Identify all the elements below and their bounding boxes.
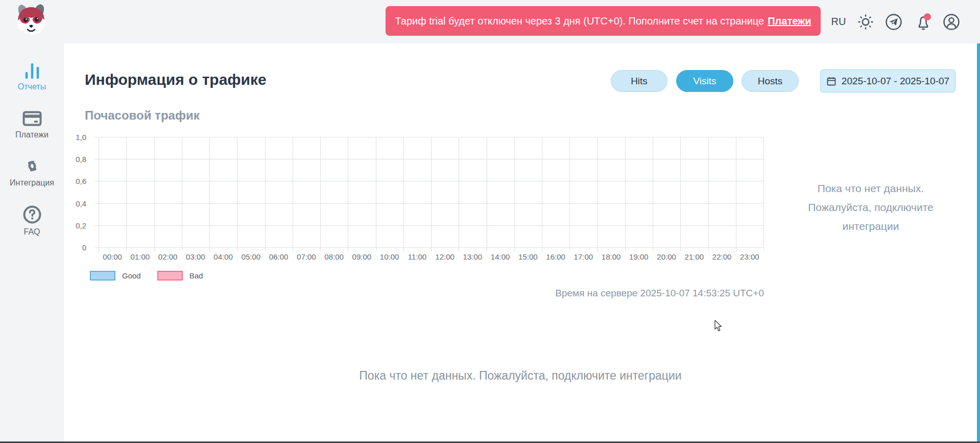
grid-vline	[597, 137, 598, 251]
grid-hline	[94, 181, 763, 181]
grid-vline	[653, 137, 653, 251]
profile-icon	[943, 13, 960, 31]
grid-vline	[126, 137, 127, 251]
grid-hline	[94, 225, 763, 226]
x-axis-labels: 00:0001:0002:0003:0004:0005:0006:0007:00…	[99, 252, 763, 263]
x-tick-label: 18:00	[602, 252, 621, 261]
grid-vline	[348, 137, 348, 251]
x-tick-label: 20:00	[657, 252, 676, 261]
grid-vline	[320, 137, 321, 251]
sidebar-item-faq[interactable]: FAQ	[0, 205, 64, 244]
trial-warning-banner: Тариф trial будет отключен через 3 дня (…	[386, 6, 821, 36]
sidebar-item-label: Интеграция	[10, 178, 54, 188]
grid-hline	[94, 247, 763, 248]
grid-vline	[487, 137, 487, 251]
grid-vline	[736, 137, 736, 251]
legend-swatch-good	[90, 271, 115, 281]
theme-sun-icon	[857, 13, 874, 31]
notifications-button[interactable]	[912, 0, 935, 43]
page-title: Информация о трафике	[85, 71, 267, 88]
x-tick-label: 11:00	[408, 252, 426, 261]
x-tick-label: 15:00	[518, 252, 538, 261]
tab-visits[interactable]: Visits	[676, 70, 733, 92]
sidebar-item-integration[interactable]: Интеграция	[0, 157, 64, 196]
profile-button[interactable]	[940, 0, 963, 43]
grid-vline	[99, 137, 99, 251]
x-tick-label: 13:00	[463, 252, 483, 261]
legend-item-bad: Bad	[157, 271, 203, 281]
sidebar-item-reports[interactable]: Отчеты	[0, 63, 64, 102]
grid-vline	[680, 137, 681, 251]
date-range-picker[interactable]: 2025-10-07 - 2025-10-07	[820, 69, 955, 92]
legend-item-good: Good	[90, 271, 141, 281]
grid-vline	[763, 137, 764, 251]
vertical-scrollbar[interactable]	[977, 43, 980, 441]
date-range-value: 2025-10-07 - 2025-10-07	[842, 76, 949, 87]
y-tick-label: 1,0	[76, 133, 86, 142]
credit-card-icon	[22, 110, 42, 127]
sidebar: Отчеты Платежи Интеграция FAQ	[0, 43, 64, 443]
telegram-button[interactable]	[882, 0, 905, 43]
y-tick-label: 0,2	[76, 221, 86, 229]
y-tick-label: 0,6	[76, 177, 86, 185]
sidebar-item-label: FAQ	[23, 227, 40, 237]
x-tick-label: 07:00	[297, 252, 316, 261]
tab-hosts[interactable]: Hosts	[742, 70, 799, 92]
app-root: Тариф trial будет отключен через 3 дня (…	[0, 0, 980, 443]
x-tick-label: 04:00	[213, 252, 233, 261]
x-tick-label: 19:00	[629, 252, 649, 261]
x-tick-label: 06:00	[269, 252, 289, 261]
x-tick-label: 02:00	[158, 252, 178, 261]
x-tick-label: 10:00	[380, 252, 399, 261]
grid-hline	[94, 137, 763, 137]
notifications-bell-icon	[913, 12, 934, 32]
theme-toggle-button[interactable]	[854, 0, 877, 43]
grid-vline	[708, 137, 709, 251]
language-switcher[interactable]: RU	[827, 0, 850, 43]
top-header: Тариф trial будет отключен через 3 дня (…	[0, 0, 980, 43]
no-data-message-bottom: Пока что нет данных. Пожалуйста, подключ…	[359, 369, 681, 383]
y-tick-label: 0	[82, 243, 86, 252]
x-tick-label: 09:00	[352, 252, 372, 261]
banner-payments-link[interactable]: Платежи	[768, 15, 811, 27]
grid-vline	[514, 137, 515, 251]
legend-label: Bad	[189, 271, 203, 280]
grid-vline	[569, 137, 570, 251]
telegram-icon	[885, 13, 902, 31]
grid-vline	[376, 137, 376, 251]
tab-hits[interactable]: Hits	[611, 70, 667, 92]
x-tick-label: 00:00	[103, 252, 122, 261]
bar-chart-icon	[22, 63, 42, 79]
grid-vline	[154, 137, 155, 251]
grid-vline	[265, 137, 266, 251]
server-time: Время на сервере 2025-10-07 14:53:25 UTC…	[555, 288, 764, 299]
raccoon-logo[interactable]	[13, 3, 49, 37]
x-tick-label: 22:00	[712, 252, 732, 261]
x-tick-label: 05:00	[242, 252, 261, 261]
chart-title: Почасовой трафик	[85, 108, 200, 123]
y-tick-label: 0,4	[76, 199, 86, 207]
grid-vline	[209, 137, 210, 251]
x-tick-label: 23:00	[740, 252, 759, 261]
y-tick-label: 0,8	[76, 155, 86, 164]
legend-label: Good	[122, 271, 141, 280]
grid-vline	[542, 137, 542, 251]
grid-vline	[182, 137, 182, 251]
grid-hline	[94, 203, 763, 204]
legend-swatch-bad	[157, 271, 183, 281]
chart-legend: GoodBad	[90, 271, 203, 281]
sidebar-item-label: Отчеты	[18, 82, 46, 91]
calendar-icon	[826, 76, 836, 86]
sidebar-item-label: Платежи	[15, 130, 49, 139]
grid-vline	[625, 137, 626, 251]
x-tick-label: 16:00	[546, 252, 565, 261]
question-circle-icon	[22, 205, 42, 224]
grid-vline	[237, 137, 237, 251]
grid-vline	[459, 137, 459, 251]
x-tick-label: 17:00	[574, 252, 593, 261]
x-tick-label: 03:00	[186, 252, 205, 261]
hourly-traffic-chart	[99, 137, 763, 247]
x-tick-label: 12:00	[435, 252, 455, 261]
grid-hline	[94, 159, 763, 159]
sidebar-item-payments[interactable]: Платежи	[0, 110, 64, 149]
